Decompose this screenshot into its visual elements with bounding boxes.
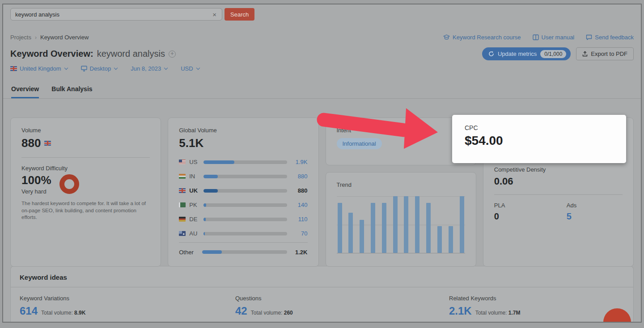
keyword-variations-value-link[interactable]: 614 — [20, 305, 38, 317]
chat-bubble-icon — [586, 34, 592, 40]
search-button[interactable]: Search — [225, 8, 254, 21]
country-filter[interactable]: United Kingdom — [10, 65, 68, 72]
in-flag-icon — [179, 174, 186, 179]
related-keywords-value-link[interactable]: 2.1K — [449, 305, 472, 317]
cpc-spotlight-box: CPC $54.00 — [452, 115, 626, 163]
date-filter-label: Jun 8, 2023 — [131, 65, 161, 72]
country-volume-value[interactable]: 70 — [291, 230, 308, 237]
refresh-icon — [488, 51, 494, 57]
link-label: Keyword Research course — [453, 34, 521, 41]
related-keywords-label: Related Keywords — [449, 295, 624, 302]
country-volume-value[interactable]: 880 — [291, 173, 308, 180]
card-divider — [21, 157, 150, 158]
send-feedback-link[interactable]: Send feedback — [586, 34, 634, 41]
export-icon — [582, 51, 588, 57]
questions-label: Questions — [235, 295, 449, 302]
country-volume-row: AU70 — [179, 228, 307, 239]
keyword-ideas-section: Keyword ideas Keyword Variations 614 Tot… — [10, 266, 634, 323]
clear-search-icon[interactable]: × — [212, 11, 217, 18]
keyword-variations-total: Total volume: 8.9K — [41, 310, 85, 316]
page-title: Keyword Overview: keyword analysis + — [10, 49, 176, 59]
volume-bar-track — [203, 189, 287, 193]
trend-bar — [437, 226, 442, 253]
volume-bar-fill — [203, 232, 205, 235]
country-volume-value[interactable]: 880 — [291, 187, 308, 194]
volume-bar-fill — [203, 189, 218, 193]
link-label: Send feedback — [595, 34, 634, 41]
pla-label: PLA — [494, 202, 567, 209]
tab-bulk-analysis[interactable]: Bulk Analysis — [51, 85, 92, 98]
trend-bar — [348, 213, 353, 253]
breadcrumb-row: Projects › Keyword Overview Keyword Rese… — [3, 34, 641, 41]
questions-block: Questions 42 Total volume: 260 — [235, 295, 449, 317]
breadcrumb-projects[interactable]: Projects — [10, 34, 31, 41]
volume-bar-track — [203, 218, 287, 221]
keyword-difficulty-level: Very hard — [21, 188, 51, 195]
uk-flag-icon — [44, 141, 51, 146]
country-volume-value[interactable]: 1.9K — [291, 159, 308, 165]
trend-bar — [360, 220, 364, 253]
country-filter-label: United Kingdom — [20, 65, 61, 72]
questions-value-link[interactable]: 42 — [235, 305, 247, 317]
breadcrumb-separator-icon: › — [35, 34, 37, 41]
keyword-search-input[interactable]: keyword analysis × — [10, 8, 222, 21]
country-volume-row: IN880 — [179, 171, 307, 182]
country-code: Other — [179, 249, 199, 256]
country-volume-value[interactable]: 110 — [291, 216, 308, 223]
country-volume-value[interactable]: 1.2K — [291, 249, 308, 256]
breadcrumb: Projects › Keyword Overview — [10, 34, 89, 41]
chevron-down-icon — [164, 66, 168, 70]
export-to-pdf-button[interactable]: Export to PDF — [576, 47, 634, 60]
pla-ads-row: PLA 0 Ads 5 — [494, 202, 623, 222]
ads-value-link[interactable]: 5 — [567, 211, 576, 222]
us-flag-icon — [179, 160, 186, 164]
country-code: AU — [189, 230, 200, 237]
currency-filter[interactable]: USD — [181, 65, 199, 72]
related-keywords-total: Total volume: 1.7M — [475, 310, 521, 316]
volume-bar-track — [202, 250, 287, 254]
keyword-research-course-link[interactable]: Keyword Research course — [443, 34, 521, 41]
trend-bar — [382, 203, 386, 253]
page-title-prefix: Keyword Overview: — [10, 49, 93, 59]
device-filter[interactable]: Desktop — [81, 65, 118, 72]
questions-total: Total volume: 260 — [251, 310, 293, 316]
intent-badge[interactable]: Informational — [337, 138, 382, 149]
user-manual-link[interactable]: User manual — [533, 34, 575, 41]
top-search-bar: keyword analysis × Search — [3, 4, 641, 21]
graduation-cap-icon — [443, 34, 450, 40]
global-volume-label: Global Volume — [179, 127, 307, 134]
chevron-down-icon — [114, 66, 118, 70]
keyword-ideas-stats: Keyword Variations 614 Total volume: 8.9… — [20, 295, 624, 317]
keyword-difficulty-value: 100% — [21, 173, 51, 187]
trend-bar — [415, 196, 419, 253]
global-volume-card: Global Volume 5.1K US1.9KIN880UK880PK140… — [168, 118, 318, 267]
cpc-label: CPC — [465, 124, 614, 131]
country-code: PK — [189, 202, 200, 208]
trend-bar — [338, 203, 342, 253]
related-keywords-block: Related Keywords 2.1K Total volume: 1.7M — [449, 295, 624, 317]
tabs: Overview Bulk Analysis — [3, 85, 641, 99]
country-volume-row: DE110 — [179, 214, 307, 225]
volume-difficulty-card: Volume 880 Keyword Difficulty 100% Very … — [10, 118, 161, 267]
card-divider — [494, 194, 623, 195]
country-volume-value[interactable]: 140 — [291, 202, 308, 208]
link-label: User manual — [542, 34, 575, 41]
de-flag-icon — [179, 217, 186, 222]
date-filter[interactable]: Jun 8, 2023 — [131, 65, 167, 72]
volume-bar-track — [203, 160, 287, 164]
search-input-value: keyword analysis — [15, 11, 212, 18]
country-code: UK — [189, 187, 200, 194]
update-metrics-label: Update metrics — [498, 50, 537, 57]
header-links: Keyword Research course User manual Send… — [443, 34, 634, 41]
country-code: IN — [189, 173, 200, 180]
update-metrics-button[interactable]: Update metrics 0/1,000 — [482, 47, 571, 60]
add-keyword-icon[interactable]: + — [169, 50, 176, 58]
volume-label: Volume — [21, 127, 150, 134]
cpc-value: $54.00 — [465, 134, 614, 148]
tab-overview[interactable]: Overview — [11, 85, 39, 98]
volume-bar-fill — [202, 250, 222, 254]
volume-value: 880 — [21, 136, 41, 150]
volume-bar-track — [203, 232, 287, 235]
chevron-down-icon — [64, 66, 68, 70]
export-pdf-label: Export to PDF — [591, 50, 627, 57]
